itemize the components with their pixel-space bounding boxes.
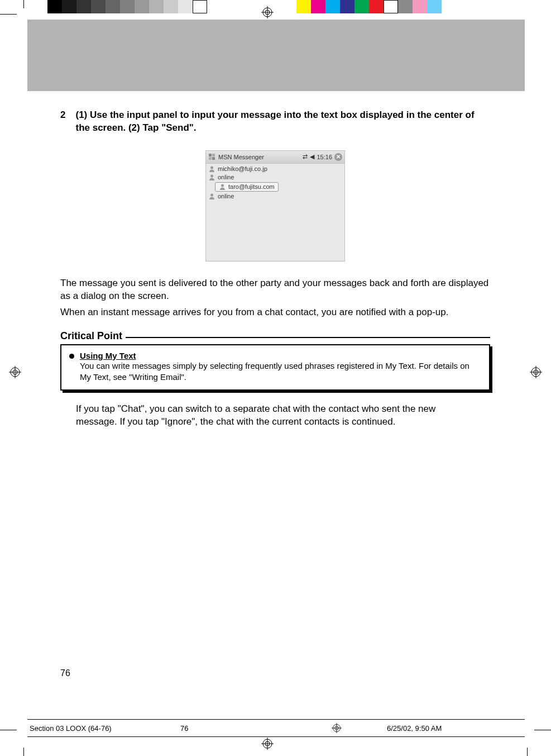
crop-mark [23,748,24,756]
critical-point-box: Using My Text You can write messages sim… [60,344,490,391]
registration-mark-icon [261,738,274,750]
contact-list: michiko@fuji.co.jponlinetaro@fujitsu.com… [206,164,344,261]
crop-mark [527,748,528,756]
color-swatch [207,0,296,13]
color-swatch [120,0,135,13]
crop-mark [23,0,24,8]
svg-rect-19 [212,157,215,160]
critical-point-label: Critical Point [60,330,126,342]
color-swatch [106,0,120,13]
color-swatch [135,0,149,13]
svg-rect-16 [209,154,212,156]
svg-rect-18 [209,157,212,160]
color-swatch [296,0,311,13]
color-swatch [398,0,413,13]
crop-mark [534,730,551,730]
embedded-screenshot: MSN Messenger ⇄ ◀ 15:16 ✕ michiko@fuji.c… [205,150,345,261]
volume-icon: ◀ [310,153,314,160]
contact-row: online [207,173,343,182]
color-swatch [164,0,178,13]
color-swatch [340,0,354,13]
clock-time: 15:16 [317,154,332,160]
contact-chip: taro@fujitsu.com [215,182,279,192]
color-swatch [369,0,384,13]
step-number: 2 [60,109,65,122]
person-icon [208,193,215,200]
color-swatch [91,0,106,13]
contact-row: online [207,192,343,201]
contact-text: online [218,174,234,180]
contact-row: taro@fujitsu.com [207,182,343,192]
page-number: 76 [60,668,70,678]
paragraph: The message you sent is delivered to the… [60,277,490,303]
print-page: 2 (1) Use the input panel to input your … [0,0,551,756]
close-icon: ✕ [334,153,342,161]
contact-text: taro@fujitsu.com [228,183,275,190]
slug-file: Section 03 LOOX (64-76) [27,724,180,733]
registration-mark-icon [530,366,542,378]
contact-text: michiko@fuji.co.jp [218,165,267,172]
paragraph: When an instant message arrives for you … [60,306,490,319]
color-calibration-bar [47,0,442,13]
critical-point-body: You can write messages simply by selecti… [80,360,481,383]
paragraph: If you tap "Chat", you can switch to a s… [60,403,490,429]
footer-slug: Section 03 LOOX (64-76) 76 6/25/02, 9:50… [27,719,525,737]
step-block: 2 (1) Use the input panel to input your … [60,109,490,135]
color-swatch [413,0,427,13]
step-instruction: (1) Use the input panel to input your me… [75,109,490,135]
color-swatch [325,0,340,13]
svg-point-23 [210,193,213,196]
color-swatch [193,0,207,13]
contact-row: michiko@fuji.co.jp [207,165,343,173]
critical-point-section: Critical Point Using My Text You can wri… [60,330,490,391]
window-titlebar: MSN Messenger ⇄ ◀ 15:16 ✕ [206,151,344,164]
color-swatch [354,0,369,13]
color-swatch [427,0,442,13]
svg-rect-17 [212,154,215,156]
registration-mark-icon [9,366,21,378]
color-swatch [311,0,325,13]
slug-date: 6/25/02, 9:50 AM [387,724,525,733]
person-icon [208,165,215,173]
registration-mark-icon [261,6,274,18]
svg-point-22 [221,184,224,187]
bullet-icon [69,354,74,359]
crop-mark [0,14,17,15]
slug-page: 76 [180,724,286,733]
body-content: 2 (1) Use the input panel to input your … [60,109,490,429]
color-swatch [62,0,76,13]
color-swatch [76,0,91,13]
person-icon [208,174,215,181]
color-swatch [47,0,62,13]
app-title: MSN Messenger [218,154,300,160]
connectivity-icon: ⇄ [303,153,308,160]
person-icon [219,183,226,191]
svg-point-21 [210,174,213,177]
crop-mark [0,730,17,730]
color-swatch [149,0,164,13]
registration-mark-icon [286,723,387,733]
critical-point-heading: Using My Text [80,351,481,360]
contact-text: online [218,193,234,199]
svg-point-20 [210,166,213,169]
color-swatch [384,0,398,13]
windows-flag-icon [208,153,216,161]
header-banner [27,20,525,91]
color-swatch [178,0,193,13]
